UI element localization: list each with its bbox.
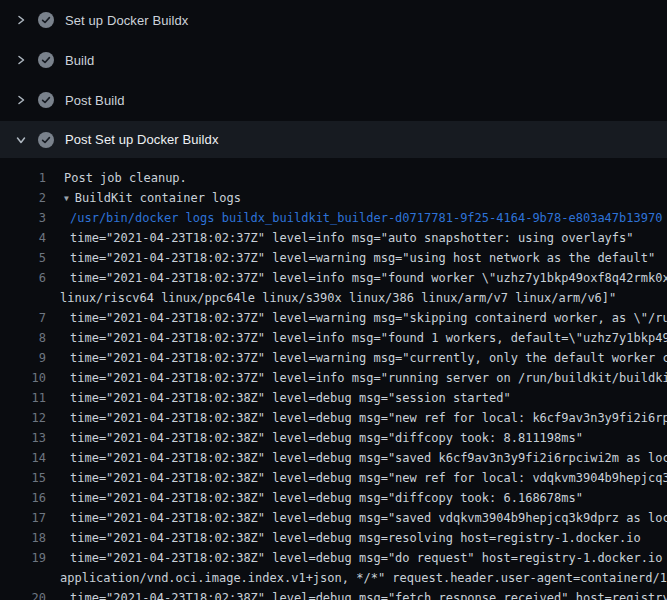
log-row: 20time="2021-04-23T18:02:38Z" level=debu… xyxy=(0,588,667,600)
log-line-text: time="2021-04-23T18:02:37Z" level=info m… xyxy=(70,228,634,248)
log-line-text: time="2021-04-23T18:02:37Z" level=warnin… xyxy=(70,308,667,328)
steps-list: Set up Docker Buildx Build Post Build Po… xyxy=(0,0,667,158)
log-line-number[interactable]: 11 xyxy=(0,388,46,408)
chevron-right-icon xyxy=(15,14,27,26)
log-row: 2▼BuildKit container logs xyxy=(0,188,667,208)
collapse-group-icon[interactable]: ▼ xyxy=(64,194,69,203)
log-command-text: /usr/bin/docker logs buildx_buildkit_bui… xyxy=(70,208,662,228)
log-line-text: time="2021-04-23T18:02:38Z" level=debug … xyxy=(70,428,583,448)
log-line-text: time="2021-04-23T18:02:37Z" level=warnin… xyxy=(70,248,655,268)
log-line-text: time="2021-04-23T18:02:38Z" level=debug … xyxy=(70,548,667,568)
log-line-number[interactable]: 15 xyxy=(0,468,46,488)
log-line-text: time="2021-04-23T18:02:38Z" level=debug … xyxy=(70,488,583,508)
log-row: 9time="2021-04-23T18:02:37Z" level=warni… xyxy=(0,348,667,368)
log-line-number xyxy=(0,288,46,308)
log-line-text: time="2021-04-23T18:02:38Z" level=debug … xyxy=(70,588,667,600)
log-line-text: time="2021-04-23T18:02:37Z" level=warnin… xyxy=(70,348,667,368)
log-line-number[interactable]: 16 xyxy=(0,488,46,508)
log-row: 12time="2021-04-23T18:02:38Z" level=debu… xyxy=(0,408,667,428)
chevron-right-icon xyxy=(15,94,27,106)
log-row: 7time="2021-04-23T18:02:37Z" level=warni… xyxy=(0,308,667,328)
log-line-text: Post job cleanup. xyxy=(64,168,187,188)
log-line-number[interactable]: 9 xyxy=(0,348,46,368)
check-circle-icon xyxy=(38,132,54,148)
log-line-number[interactable]: 2 xyxy=(0,188,46,208)
step-title: Post Set up Docker Buildx xyxy=(65,132,219,147)
log-line-number[interactable]: 19 xyxy=(0,548,46,568)
chevron-right-icon xyxy=(15,54,27,66)
log-line-text: time="2021-04-23T18:02:38Z" level=debug … xyxy=(70,388,511,408)
log-row: 4time="2021-04-23T18:02:37Z" level=info … xyxy=(0,228,667,248)
log-line-number[interactable]: 3 xyxy=(0,208,46,228)
log-line-text: time="2021-04-23T18:02:38Z" level=debug … xyxy=(70,468,667,488)
log-row: 13time="2021-04-23T18:02:38Z" level=debu… xyxy=(0,428,667,448)
log-line-text: time="2021-04-23T18:02:37Z" level=info m… xyxy=(70,328,667,348)
log-line-number[interactable]: 14 xyxy=(0,448,46,468)
log-line-number[interactable]: 17 xyxy=(0,508,46,528)
log-line-number[interactable]: 10 xyxy=(0,368,46,388)
log-line-text: application/vnd.oci.image.index.v1+json,… xyxy=(60,568,667,588)
log-group-title[interactable]: BuildKit container logs xyxy=(75,191,241,205)
step-row-post-build[interactable]: Post Build xyxy=(0,80,667,120)
log-row: application/vnd.oci.image.index.v1+json,… xyxy=(0,568,667,588)
check-circle-icon xyxy=(38,92,54,108)
log-line-text: time="2021-04-23T18:02:38Z" level=debug … xyxy=(70,528,641,548)
log-line-number[interactable]: 5 xyxy=(0,248,46,268)
log-row: 18time="2021-04-23T18:02:38Z" level=debu… xyxy=(0,528,667,548)
log-row: 8time="2021-04-23T18:02:37Z" level=info … xyxy=(0,328,667,348)
log-row: 17time="2021-04-23T18:02:38Z" level=debu… xyxy=(0,508,667,528)
log-row: 11time="2021-04-23T18:02:38Z" level=debu… xyxy=(0,388,667,408)
log-line-number[interactable]: 6 xyxy=(0,268,46,288)
log-row: 5time="2021-04-23T18:02:37Z" level=warni… xyxy=(0,248,667,268)
step-title: Post Build xyxy=(65,93,125,108)
log-line-number[interactable]: 20 xyxy=(0,588,46,600)
log-line-text: linux/riscv64 linux/ppc64le linux/s390x … xyxy=(60,288,616,308)
check-circle-icon xyxy=(38,52,54,68)
log-output: 1Post job cleanup.2▼BuildKit container l… xyxy=(0,158,667,600)
log-line-number[interactable]: 1 xyxy=(0,168,46,188)
step-row-set-up-docker-buildx[interactable]: Set up Docker Buildx xyxy=(0,0,667,40)
log-line-text: time="2021-04-23T18:02:38Z" level=debug … xyxy=(70,448,667,468)
log-row: 15time="2021-04-23T18:02:38Z" level=debu… xyxy=(0,468,667,488)
log-row: 6time="2021-04-23T18:02:37Z" level=info … xyxy=(0,268,667,288)
log-row: 19time="2021-04-23T18:02:38Z" level=debu… xyxy=(0,548,667,568)
log-row: 10time="2021-04-23T18:02:37Z" level=info… xyxy=(0,368,667,388)
log-line-number[interactable]: 7 xyxy=(0,308,46,328)
log-row: 16time="2021-04-23T18:02:38Z" level=debu… xyxy=(0,488,667,508)
step-row-post-set-up-docker-buildx[interactable]: Post Set up Docker Buildx xyxy=(0,121,667,158)
log-line-text: time="2021-04-23T18:02:37Z" level=info m… xyxy=(70,368,667,388)
step-title: Build xyxy=(65,53,94,68)
log-line-text: time="2021-04-23T18:02:37Z" level=info m… xyxy=(70,268,667,288)
log-line-number[interactable]: 8 xyxy=(0,328,46,348)
log-line-number[interactable]: 13 xyxy=(0,428,46,448)
chevron-down-icon xyxy=(15,134,27,146)
log-line-text: ▼BuildKit container logs xyxy=(64,188,241,208)
log-line-number[interactable]: 4 xyxy=(0,228,46,248)
log-line-number xyxy=(0,568,46,588)
log-line-text: time="2021-04-23T18:02:38Z" level=debug … xyxy=(70,508,667,528)
check-circle-icon xyxy=(38,12,54,28)
log-row: linux/riscv64 linux/ppc64le linux/s390x … xyxy=(0,288,667,308)
log-line-text: time="2021-04-23T18:02:38Z" level=debug … xyxy=(70,408,667,428)
log-line-number[interactable]: 12 xyxy=(0,408,46,428)
log-row: 1Post job cleanup. xyxy=(0,168,667,188)
step-row-build[interactable]: Build xyxy=(0,40,667,80)
log-line-number[interactable]: 18 xyxy=(0,528,46,548)
step-title: Set up Docker Buildx xyxy=(65,13,188,28)
log-row: 14time="2021-04-23T18:02:38Z" level=debu… xyxy=(0,448,667,468)
log-row: 3/usr/bin/docker logs buildx_buildkit_bu… xyxy=(0,208,667,228)
